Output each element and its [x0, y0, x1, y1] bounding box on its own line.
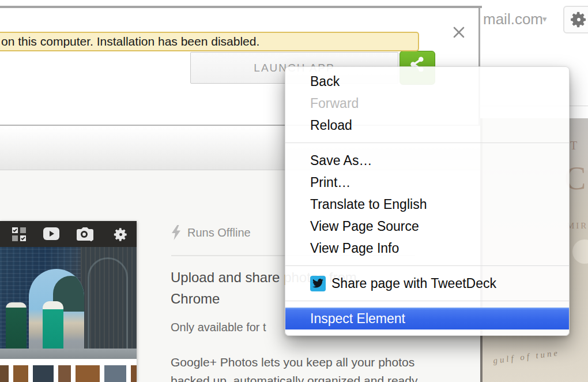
youtube-icon [43, 227, 60, 241]
app-screenshot-card[interactable] [0, 221, 137, 382]
account-email[interactable]: mail.com [483, 10, 543, 28]
availability-note: Only available for t [171, 321, 266, 334]
description-line: Google+ Photos lets you keep all your ph… [171, 355, 414, 369]
menu-item-translate[interactable]: Translate to English [285, 193, 569, 215]
menu-item-forward[interactable]: Forward [285, 92, 569, 114]
dialog-close-button[interactable] [451, 25, 466, 40]
runs-offline-label: Runs Offline [187, 226, 251, 239]
page: mail.com ▾ T C MIR gulf of tune LAUNCH A… [0, 0, 588, 382]
albums-grid-icon [12, 227, 27, 242]
tweetdeck-icon [310, 276, 326, 291]
infobar-message: on this computer. Installation has been … [1, 35, 259, 48]
menu-item-save-as[interactable]: Save As… [285, 149, 569, 171]
context-menu: Back Forward Reload Save As… Print… Tran… [285, 66, 570, 336]
gear-icon [570, 10, 588, 29]
screenshot-toolbar [0, 221, 137, 247]
person-figure [6, 302, 27, 354]
menu-item-print[interactable]: Print… [285, 171, 569, 193]
menu-separator [285, 301, 569, 301]
install-disabled-infobar: on this computer. Installation has been … [0, 32, 419, 51]
description-line: backed up, automatically organized and r… [171, 374, 417, 382]
menu-item-view-page-info[interactable]: View Page Info [285, 237, 569, 259]
settings-gear-icon [113, 227, 129, 242]
mosque-photo [0, 247, 137, 359]
close-icon [451, 25, 466, 40]
settings-gear-button[interactable] [563, 6, 588, 33]
runs-offline-badge: Runs Offline [171, 225, 251, 240]
arch-opening [29, 269, 84, 359]
chevron-down-icon[interactable]: ▾ [542, 14, 547, 24]
menu-item-inspect-element[interactable]: Inspect Element [285, 308, 569, 329]
menu-item-share-tweetdeck[interactable]: Share page with TweetDeck [285, 272, 569, 294]
camera-add-icon [76, 227, 95, 242]
menu-item-label: Share page with TweetDeck [331, 272, 496, 294]
menu-item-back[interactable]: Back [285, 70, 569, 92]
brick-wall [81, 247, 137, 359]
photo-thumbnail-strip [0, 365, 137, 382]
pavement [0, 349, 137, 359]
cover-letter: MIR [567, 221, 588, 231]
menu-separator [285, 143, 569, 143]
lightning-icon [171, 225, 181, 240]
cover-letter: T [570, 139, 577, 152]
menu-item-reload[interactable]: Reload [285, 114, 569, 136]
menu-item-view-page-source[interactable]: View Page Source [285, 215, 569, 237]
menu-separator [285, 265, 569, 266]
